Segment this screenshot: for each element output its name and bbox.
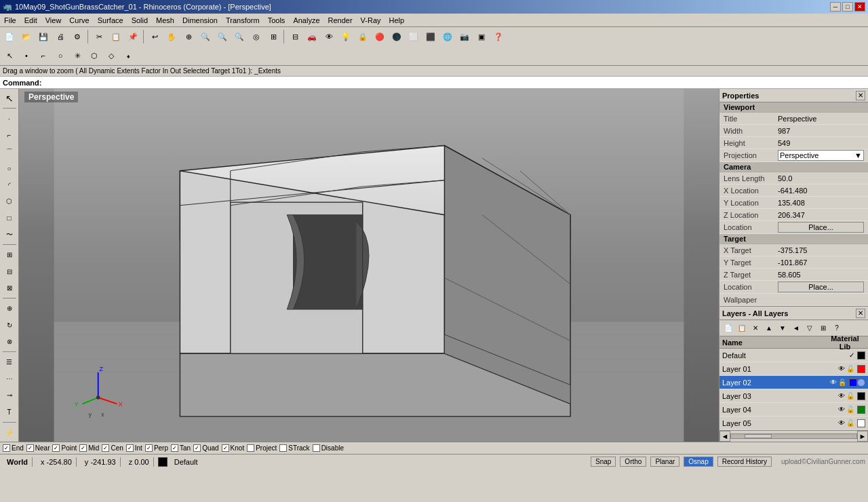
zoom-window-button[interactable]: 🔍 — [197, 28, 214, 45]
left-circle-tool[interactable]: ○ — [1, 160, 18, 176]
layer-color-03[interactable] — [857, 392, 865, 400]
scrollbar-thumb[interactable] — [745, 434, 772, 438]
materials-button[interactable]: 🌑 — [389, 28, 405, 45]
menu-item-solid[interactable]: Solid — [127, 15, 152, 26]
layer-row-04[interactable]: Layer 04 👁 🔓 — [719, 403, 868, 417]
layer-mat-02[interactable] — [857, 379, 865, 387]
snap-near[interactable]: Near — [26, 444, 50, 452]
snap-tan-checkbox[interactable] — [171, 444, 178, 452]
polyline-button[interactable]: ⌐ — [35, 47, 52, 64]
left-text-tool[interactable]: T — [1, 404, 18, 419]
snap-project-checkbox[interactable] — [247, 444, 254, 452]
snap-quad-checkbox[interactable] — [193, 444, 201, 452]
osnap-view-button[interactable]: Osnap — [684, 457, 713, 467]
projection-dropdown[interactable]: Perspective ▼ — [778, 150, 864, 161]
lights-button[interactable]: 💡 — [338, 28, 354, 45]
menu-item-tools[interactable]: Tools — [264, 15, 290, 26]
target-location-place-button[interactable]: Place... — [778, 282, 864, 292]
snap-perp-checkbox[interactable] — [145, 444, 153, 452]
left-scale-tool[interactable]: ⊗ — [1, 334, 18, 349]
properties-close-button[interactable]: ✕ — [856, 91, 865, 100]
undo-button[interactable]: ↩ — [146, 28, 163, 45]
left-select-tool[interactable]: ↖ — [1, 90, 18, 106]
minimize-button[interactable]: ─ — [830, 2, 841, 12]
viewport-layout-button[interactable]: ⊟ — [287, 28, 303, 45]
snap-project[interactable]: Project — [247, 444, 277, 452]
save-button[interactable]: 💾 — [35, 28, 52, 45]
left-group-tool[interactable]: ⋯ — [1, 371, 18, 387]
menu-item-file[interactable]: File — [0, 15, 20, 26]
left-rectangle-tool[interactable]: □ — [1, 210, 18, 225]
new-button[interactable]: 📄 — [1, 28, 18, 45]
snap-int-checkbox[interactable] — [126, 444, 134, 452]
named-view-button[interactable]: 🚗 — [304, 28, 320, 45]
maximize-button[interactable]: □ — [842, 2, 853, 12]
erase-button[interactable]: ◇ — [103, 47, 119, 64]
zoom-target-button[interactable]: ◎ — [248, 28, 264, 45]
layer-help-button[interactable]: ? — [831, 322, 843, 334]
snap-mid[interactable]: Mid — [79, 444, 99, 452]
snap-perp[interactable]: Perp — [145, 444, 168, 452]
color-button[interactable]: 🔴 — [372, 28, 388, 45]
snap-strack[interactable]: STrack — [279, 444, 309, 452]
boolean-button[interactable]: ⬧ — [120, 47, 136, 64]
left-mesh-tool[interactable]: ⊠ — [1, 280, 18, 296]
layers-close-button[interactable]: ✕ — [856, 309, 865, 318]
layer-row-default[interactable]: Default ✓ — [719, 349, 868, 362]
titlebar-controls[interactable]: ─ □ ✕ — [830, 2, 865, 12]
lock-button[interactable]: 🔒 — [355, 28, 371, 45]
planar-view-button[interactable]: Planar — [650, 457, 679, 467]
layers-scrollbar[interactable]: ◄ ► — [719, 430, 868, 441]
render-preview-button[interactable]: 👁 — [321, 28, 337, 45]
layer-left-button[interactable]: ◄ — [790, 322, 802, 334]
layer-color-01[interactable] — [857, 365, 865, 373]
copy-button[interactable]: 📋 — [108, 28, 124, 45]
left-freeform-tool[interactable]: 〜 — [1, 227, 18, 242]
menu-item-transform[interactable]: Transform — [222, 15, 264, 26]
left-line-tool[interactable]: ⌐ — [1, 128, 18, 143]
layer-new-button[interactable]: 📄 — [722, 322, 734, 334]
paste-button[interactable]: 📌 — [125, 28, 141, 45]
left-solid-tool[interactable]: ⊟ — [1, 264, 18, 279]
menu-item-surface[interactable]: Surface — [94, 15, 127, 26]
layer-up-button[interactable]: ▲ — [763, 322, 775, 334]
menu-item-view[interactable]: View — [41, 15, 66, 26]
command-line[interactable]: Command: — [0, 77, 868, 89]
point-button[interactable]: • — [18, 47, 35, 64]
close-button[interactable]: ✕ — [854, 2, 865, 12]
help-button[interactable]: ❓ — [490, 28, 507, 45]
left-move-tool[interactable]: ⊕ — [1, 301, 18, 316]
left-dim-tool[interactable]: ⊸ — [1, 387, 18, 403]
command-input[interactable] — [44, 79, 865, 87]
left-surface-tool[interactable]: ⊞ — [1, 247, 18, 263]
open-button[interactable]: 📂 — [18, 28, 35, 45]
scroll-right-button[interactable]: ► — [857, 431, 868, 442]
select-button[interactable]: ↖ — [1, 47, 18, 64]
snap-disable[interactable]: Disable — [313, 444, 344, 452]
snap-view-button[interactable]: Snap — [591, 457, 616, 467]
print-button[interactable]: 🖨 — [52, 28, 68, 45]
snap-end[interactable]: End — [3, 444, 24, 452]
scroll-left-button[interactable]: ◄ — [719, 431, 730, 442]
layer-filter-button[interactable]: ▽ — [804, 322, 816, 334]
snap-disable-checkbox[interactable] — [313, 444, 320, 452]
snap-int[interactable]: Int — [126, 444, 142, 452]
zoom-1to1-button[interactable]: ⊞ — [265, 28, 281, 45]
zoom-extents-button[interactable]: ⊕ — [180, 28, 197, 45]
left-analysis-tool[interactable]: ⚡ — [1, 425, 18, 440]
zoom-out-button[interactable]: 🔍 — [231, 28, 248, 45]
snap-cen[interactable]: Cen — [102, 444, 123, 452]
layer-copy-button[interactable]: 📋 — [736, 322, 748, 334]
layer-delete-button[interactable]: ✕ — [749, 322, 762, 334]
snap-point-checkbox[interactable] — [52, 444, 60, 452]
layer-row-05[interactable]: Layer 05 👁 🔓 — [719, 417, 868, 430]
menu-item-curve[interactable]: Curve — [65, 15, 93, 26]
menu-item-dimension[interactable]: Dimension — [178, 15, 222, 26]
layer-color-02[interactable] — [849, 379, 857, 387]
globe-button[interactable]: 🌐 — [439, 28, 456, 45]
left-curve-tool[interactable]: ⌒ — [1, 144, 18, 159]
vray-button[interactable]: ▣ — [473, 28, 490, 45]
menu-item-analyze[interactable]: Analyze — [289, 15, 323, 26]
snap-strack-checkbox[interactable] — [279, 444, 287, 452]
cut-button[interactable]: ✂ — [91, 28, 107, 45]
